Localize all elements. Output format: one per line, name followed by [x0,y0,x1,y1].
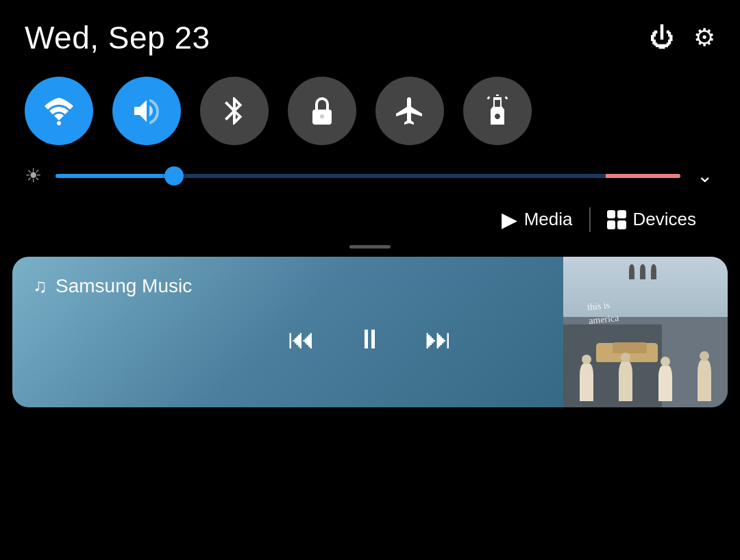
top-icons: ⏻ ⚙ [650,23,715,52]
media-label: Media [524,209,573,230]
expand-chevron[interactable]: ⌄ [694,164,715,187]
power-icon[interactable]: ⏻ [650,23,674,52]
bluetooth-icon [218,94,251,127]
settings-icon[interactable]: ⚙ [693,23,715,52]
vertical-divider [589,207,591,232]
svg-line-5 [506,97,507,99]
media-button[interactable]: ▶ Media [491,203,584,236]
album-art: this is america [563,257,728,407]
music-card: ♫ Samsung Music × ⏮ ⏸ ⏭ this is america [12,257,728,407]
music-app-label: ♫ Samsung Music [33,275,192,297]
bluetooth-toggle[interactable] [200,77,269,145]
bottom-people [567,360,724,401]
prev-button[interactable]: ⏮ [288,324,315,355]
devices-grid-icon [607,210,626,229]
quick-toggles [0,70,740,157]
brightness-slider[interactable] [56,170,680,182]
lock-icon [306,94,338,127]
wifi-toggle[interactable] [25,77,93,145]
airplane-icon [393,94,426,127]
date-display: Wed, Sep 23 [25,19,210,56]
flashlight-toggle[interactable] [463,77,532,145]
flashlight-icon [481,94,514,127]
brightness-slider-row: ☀ ⌄ [0,157,740,196]
brightness-icon: ☀ [25,164,42,187]
wifi-icon [42,94,75,127]
devices-button[interactable]: Devices [596,205,707,234]
sound-icon [130,94,163,127]
media-play-icon: ▶ [502,207,517,231]
svg-point-2 [320,114,324,118]
music-note-icon: ♫ [33,275,47,297]
car-roof [613,342,647,353]
next-button[interactable]: ⏭ [425,324,452,355]
album-art-scene: this is america [563,257,728,407]
svg-point-0 [57,121,61,125]
sound-toggle[interactable] [112,77,181,145]
slider-track [56,174,680,178]
top-bar: Wed, Sep 23 ⏻ ⚙ [0,0,740,70]
svg-line-4 [488,97,489,99]
airplane-toggle[interactable] [375,77,444,145]
slider-thumb[interactable] [164,166,184,186]
drag-bar [349,245,391,249]
drag-handle-area [0,241,740,251]
media-devices-row: ▶ Media Devices [0,196,740,241]
album-text: this is america [587,297,619,327]
screen-lock-toggle[interactable] [288,77,356,145]
music-app-name: Samsung Music [56,275,192,297]
pause-button[interactable]: ⏸ [356,324,384,355]
top-figures [629,264,656,279]
devices-label: Devices [633,209,696,230]
